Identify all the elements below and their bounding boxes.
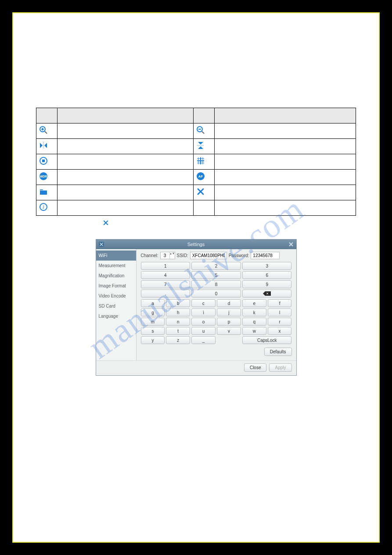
key-e[interactable]: e bbox=[242, 299, 266, 307]
key-a[interactable]: a bbox=[141, 299, 165, 307]
key-m[interactable]: m bbox=[141, 318, 165, 326]
key-w[interactable]: w bbox=[242, 327, 266, 335]
key-capslock[interactable]: CapsLock bbox=[242, 336, 292, 344]
ssid-input[interactable] bbox=[190, 252, 227, 259]
key-9[interactable]: 9 bbox=[242, 280, 292, 288]
sidebar-item-video-encode[interactable]: Video Encode bbox=[96, 291, 136, 301]
close-icon[interactable] bbox=[288, 241, 295, 248]
key-1[interactable]: 1 bbox=[141, 262, 191, 270]
dialog-title: Settings bbox=[187, 241, 205, 248]
sidebar-item-sd-card[interactable]: SD Card bbox=[96, 301, 136, 311]
table-row bbox=[36, 185, 356, 200]
svg-text:AF: AF bbox=[198, 174, 203, 178]
fn-zoom-out bbox=[215, 123, 356, 139]
table-row: WDR AF bbox=[36, 170, 356, 185]
wdr-icon: WDR bbox=[39, 171, 48, 181]
key-p[interactable]: p bbox=[217, 318, 241, 326]
key-dot[interactable]: . bbox=[141, 290, 191, 297]
key-j[interactable]: j bbox=[217, 308, 241, 316]
key-3[interactable]: 3 bbox=[242, 262, 292, 270]
sidebar-item-language[interactable]: Language bbox=[96, 311, 136, 321]
settings-dialog: Settings WiFi Measurement Magnification … bbox=[96, 239, 297, 376]
close-button[interactable]: Close bbox=[244, 363, 267, 372]
sidebar-item-image-format[interactable]: Image Format bbox=[96, 281, 136, 291]
channel-spinner[interactable]: ▲▼ bbox=[160, 252, 175, 259]
key-4[interactable]: 4 bbox=[141, 271, 191, 279]
defaults-button[interactable]: Defaults bbox=[264, 348, 292, 356]
key-backspace[interactable] bbox=[242, 290, 292, 297]
key-underscore[interactable]: _ bbox=[191, 336, 216, 344]
key-q[interactable]: q bbox=[242, 318, 266, 326]
info-icon: i bbox=[39, 202, 48, 212]
svg-marker-10 bbox=[198, 142, 203, 145]
key-u[interactable]: u bbox=[191, 327, 216, 335]
svg-line-1 bbox=[45, 131, 47, 134]
key-l[interactable]: l bbox=[268, 308, 292, 316]
numpad: 1 2 3 4 5 6 7 8 9 . 0 bbox=[141, 262, 292, 297]
sidebar-item-wifi[interactable]: WiFi bbox=[96, 250, 136, 261]
channel-label: Channel: bbox=[141, 252, 158, 259]
fn-af bbox=[215, 170, 356, 185]
flip-vertical-icon bbox=[196, 141, 205, 150]
empty-fn-cell bbox=[215, 200, 356, 216]
key-v[interactable]: v bbox=[217, 327, 241, 335]
key-g[interactable]: g bbox=[141, 308, 165, 316]
table-row: i bbox=[36, 200, 356, 216]
key-8[interactable]: 8 bbox=[191, 280, 241, 288]
key-6[interactable]: 6 bbox=[242, 271, 292, 279]
table-row bbox=[36, 123, 356, 139]
key-7[interactable]: 7 bbox=[141, 280, 191, 288]
key-n[interactable]: n bbox=[166, 318, 190, 326]
fn-folder bbox=[58, 185, 194, 200]
settings-tool-icon bbox=[97, 240, 106, 249]
key-5[interactable]: 5 bbox=[191, 271, 241, 279]
key-y[interactable]: y bbox=[141, 336, 165, 344]
password-label: Password: bbox=[229, 252, 249, 259]
key-r[interactable]: r bbox=[268, 318, 292, 326]
svg-text:WDR: WDR bbox=[40, 175, 47, 178]
svg-marker-7 bbox=[40, 143, 43, 148]
key-k[interactable]: k bbox=[242, 308, 266, 316]
sidebar-item-measurement[interactable]: Measurement bbox=[96, 261, 136, 271]
channel-input[interactable] bbox=[161, 252, 169, 259]
fn-settings bbox=[215, 185, 356, 200]
key-d[interactable]: d bbox=[217, 299, 241, 307]
key-i[interactable]: i bbox=[191, 308, 216, 316]
fn-flip-v bbox=[215, 139, 356, 154]
key-0[interactable]: 0 bbox=[191, 290, 241, 297]
password-input[interactable] bbox=[251, 252, 280, 259]
sidebar-item-magnification[interactable]: Magnification bbox=[96, 271, 136, 281]
key-o[interactable]: o bbox=[191, 318, 216, 326]
spinner-arrows-icon[interactable]: ▲▼ bbox=[169, 252, 175, 259]
svg-line-5 bbox=[202, 131, 204, 134]
col-header-icon-left bbox=[36, 108, 58, 123]
zoom-in-icon bbox=[39, 125, 48, 135]
apply-button[interactable]: Apply bbox=[269, 363, 291, 372]
toolbar-icon-table: WDR AF bbox=[36, 108, 356, 216]
col-header-fn-left bbox=[58, 108, 194, 123]
key-x[interactable]: x bbox=[268, 327, 292, 335]
folder-icon bbox=[39, 187, 48, 196]
fn-crosshair bbox=[215, 154, 356, 170]
table-row bbox=[36, 154, 356, 170]
dialog-main: Channel: ▲▼ SSID: Password: 1 2 3 bbox=[137, 249, 296, 360]
key-c[interactable]: c bbox=[191, 299, 216, 307]
col-header-fn-right bbox=[215, 108, 356, 123]
fn-flip-h bbox=[58, 139, 194, 154]
table-row bbox=[36, 139, 356, 154]
key-h[interactable]: h bbox=[166, 308, 190, 316]
fn-zoom-in bbox=[58, 123, 194, 139]
key-t[interactable]: t bbox=[166, 327, 190, 335]
key-z[interactable]: z bbox=[166, 336, 190, 344]
key-b[interactable]: b bbox=[166, 299, 190, 307]
page-content: WDR AF bbox=[13, 13, 379, 391]
af-icon: AF bbox=[196, 171, 205, 181]
key-2[interactable]: 2 bbox=[191, 262, 241, 270]
crosshair-icon bbox=[196, 156, 205, 166]
key-s[interactable]: s bbox=[141, 327, 165, 335]
dialog-titlebar: Settings bbox=[96, 239, 296, 249]
svg-text:i: i bbox=[43, 204, 44, 210]
settings-tool-icon bbox=[103, 220, 109, 226]
freeze-icon bbox=[39, 156, 48, 166]
key-f[interactable]: f bbox=[268, 299, 292, 307]
